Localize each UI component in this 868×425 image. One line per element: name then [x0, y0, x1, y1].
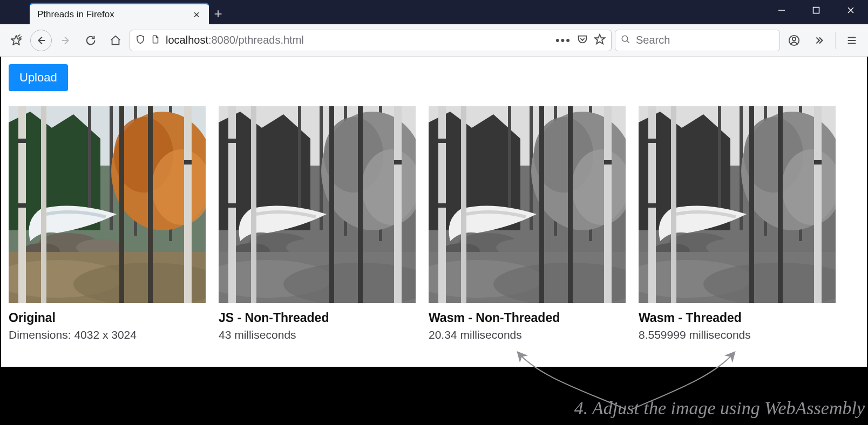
svg-marker-4: [11, 35, 21, 44]
search-bar[interactable]: [615, 30, 780, 51]
card-subtitle: Dimensions: 4032 x 3024: [9, 328, 206, 341]
shield-icon[interactable]: [135, 35, 145, 46]
card-title: JS - Non-Threaded: [219, 311, 416, 325]
svg-line-5: [18, 35, 21, 37]
forward-button[interactable]: [55, 30, 77, 51]
page-actions-icon[interactable]: •••: [555, 33, 571, 47]
new-tab-button[interactable]: +: [209, 3, 227, 24]
svg-point-10: [622, 36, 628, 42]
image-thumbnail-grayscale: [429, 106, 626, 303]
annotation-overlay: 4. Adjust the image using WebAssembly: [0, 367, 868, 425]
tab-title: Pthreads in Firefox: [37, 9, 186, 20]
card-title: Wasm - Non-Threaded: [429, 311, 626, 325]
svg-marker-9: [595, 34, 605, 43]
bookmark-icon[interactable]: [594, 33, 606, 47]
upload-button[interactable]: Upload: [9, 64, 68, 91]
window-close-button[interactable]: [833, 0, 868, 20]
image-card: JS - Non-Threaded43 milliseconds: [219, 106, 416, 341]
card-title: Original: [9, 311, 206, 325]
svg-line-6: [19, 36, 22, 38]
account-icon[interactable]: [783, 30, 805, 51]
browser-tab[interactable]: Pthreads in Firefox ×: [30, 3, 209, 24]
svg-rect-1: [813, 8, 819, 13]
card-subtitle: 20.34 milliseconds: [429, 328, 626, 341]
image-thumbnail-grayscale: [219, 106, 416, 303]
reload-button[interactable]: [80, 30, 101, 51]
pocket-icon[interactable]: [577, 33, 588, 47]
url-bar[interactable]: localhost:8080/pthreads.html •••: [130, 30, 612, 51]
svg-line-11: [627, 40, 629, 43]
back-button[interactable]: [30, 30, 52, 51]
close-tab-icon[interactable]: ×: [192, 10, 201, 19]
search-input[interactable]: [636, 34, 774, 46]
page-info-icon[interactable]: [151, 35, 160, 46]
card-title: Wasm - Threaded: [639, 311, 836, 325]
nav-toolbar: localhost:8080/pthreads.html •••: [0, 24, 868, 57]
divider: [835, 32, 836, 49]
card-subtitle: 8.559999 milliseconds: [639, 328, 836, 341]
app-menu-icon[interactable]: [841, 30, 863, 51]
highlights-icon[interactable]: [5, 30, 27, 51]
window-minimize-button[interactable]: [764, 0, 799, 20]
overflow-icon[interactable]: [808, 30, 830, 51]
image-card: Wasm - Threaded8.559999 milliseconds: [639, 106, 836, 341]
image-card: Wasm - Non-Threaded20.34 milliseconds: [429, 106, 626, 341]
search-icon: [621, 35, 630, 46]
home-button[interactable]: [105, 30, 126, 51]
page-content: Upload OriginalDimensions: 4032 x 3024JS…: [0, 57, 868, 367]
card-subtitle: 43 milliseconds: [219, 328, 416, 341]
svg-point-13: [792, 37, 796, 40]
image-thumbnail-grayscale: [639, 106, 836, 303]
image-card: OriginalDimensions: 4032 x 3024: [9, 106, 206, 341]
titlebar: Pthreads in Firefox × +: [0, 0, 868, 24]
image-thumbnail-color: [9, 106, 206, 303]
url-text: localhost:8080/pthreads.html: [166, 34, 550, 46]
annotation-text: 4. Adjust the image using WebAssembly: [574, 398, 865, 419]
window-maximize-button[interactable]: [799, 0, 833, 20]
